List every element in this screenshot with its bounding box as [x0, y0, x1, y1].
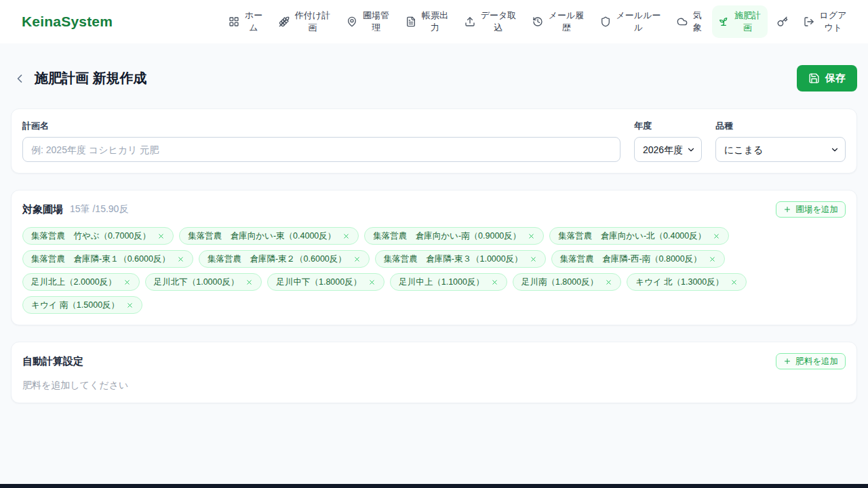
year-group: 年度 2026年度 [634, 120, 702, 162]
close-icon [491, 279, 498, 286]
main-nav: ホーム 作付け計画 圃場管理 帳票出力 データ取込 メール履歴 メールルール [222, 5, 853, 37]
variety-label: 品種 [715, 120, 846, 132]
field-chip-label: 足川中上（1.1000反） [399, 277, 484, 288]
field-chip: 集落営農 倉庫向かい-北（0.4000反） [549, 227, 729, 245]
remove-field-button[interactable] [245, 279, 253, 286]
nav-item[interactable]: 圃場管理 [340, 5, 396, 37]
remove-field-button[interactable] [528, 232, 535, 240]
map-pin-icon [347, 16, 357, 27]
close-icon [123, 279, 131, 286]
history-icon [532, 16, 543, 27]
plan-name-input[interactable] [22, 137, 620, 162]
app-logo: KeinaSystem [22, 14, 113, 30]
shield-icon [600, 16, 611, 27]
nav-item[interactable]: ホーム [222, 5, 269, 37]
save-button-label: 保存 [825, 72, 846, 85]
variety-group: 品種 にこまる [715, 120, 846, 162]
nav-item-label: データ取込 [480, 9, 517, 33]
remove-field-button[interactable] [713, 232, 720, 240]
field-chip-label: 集落営農 倉庫向かい-南（0.9000反） [373, 230, 521, 242]
nav-item-label: ログアウト [819, 9, 847, 33]
close-icon [368, 279, 376, 286]
year-label: 年度 [634, 120, 702, 132]
variety-select-wrap: にこまる [715, 137, 846, 162]
field-chip: 足川中下（1.8000反） [267, 273, 384, 291]
plus-icon [783, 205, 791, 214]
add-fertilizer-button-label: 肥料を追加 [795, 356, 838, 367]
remove-field-button[interactable] [157, 232, 165, 240]
document-icon [406, 16, 416, 27]
close-icon [353, 256, 361, 263]
field-chip-label: 足川南（1.8000反） [521, 277, 598, 288]
field-chip: 足川北下（1.0000反） [145, 273, 262, 291]
target-fields-card: 対象圃場 15筆 /15.90反 圃場を追加 集落営農 竹やぶ（0.7000反）… [11, 190, 857, 325]
remove-field-button[interactable] [530, 256, 537, 263]
field-chip-label: 足川北上（2.0000反） [31, 277, 117, 288]
close-icon [528, 232, 535, 240]
plan-name-group: 計画名 [22, 120, 620, 162]
nav-item-label: 気象 [692, 9, 703, 33]
field-chip: 集落営農 倉庫向かい-東（0.4000反） [179, 227, 359, 245]
field-chip-label: 集落営農 倉庫隣-東３（1.0000反） [384, 253, 523, 265]
auto-calc-card: 自動計算設定 肥料を追加 肥料を追加してください [11, 342, 857, 403]
nav-item[interactable]: 帳票出力 [399, 5, 455, 37]
nav-item[interactable]: ログアウト [797, 5, 853, 37]
page-title-row: 施肥計画 新規作成 保存 [11, 65, 857, 92]
remove-field-button[interactable] [605, 279, 612, 286]
target-fields-header: 対象圃場 15筆 /15.90反 圃場を追加 [22, 201, 846, 218]
auto-calc-header: 自動計算設定 肥料を追加 [22, 353, 846, 369]
nav-item[interactable]: メールルール [594, 5, 667, 37]
bottom-edge-bar [0, 484, 868, 488]
plus-icon [783, 357, 791, 365]
nav-item[interactable]: データ取込 [458, 5, 523, 37]
page-title: 施肥計画 新規作成 [35, 69, 147, 87]
field-chip-label: 集落営農 倉庫隣-西-南（0.8000反） [560, 253, 702, 265]
save-icon [808, 73, 820, 84]
nav-item[interactable]: メール履歴 [526, 5, 591, 37]
nav-item[interactable] [771, 12, 794, 31]
close-icon [157, 232, 165, 240]
field-chip-label: 集落営農 竹やぶ（0.7000反） [31, 230, 151, 242]
add-field-button[interactable]: 圃場を追加 [776, 201, 846, 218]
close-icon [342, 232, 350, 240]
nav-item-label: ホーム [244, 9, 263, 33]
field-chip: 集落営農 倉庫隣-東３（1.0000反） [375, 250, 546, 268]
remove-field-button[interactable] [491, 279, 498, 286]
key-icon [777, 16, 788, 27]
nav-item-label: 帳票出力 [421, 9, 449, 33]
year-select[interactable]: 2026年度 [634, 137, 702, 162]
close-icon [530, 256, 537, 263]
remove-field-button[interactable] [730, 279, 738, 286]
remove-field-button[interactable] [126, 302, 134, 309]
target-fields-summary: 15筆 /15.90反 [70, 203, 128, 216]
nav-item-label: 圃場管理 [362, 9, 390, 33]
nav-item[interactable]: 作付け計画 [273, 5, 337, 37]
nav-item-label: 施肥計画 [734, 9, 762, 33]
variety-select[interactable]: にこまる [715, 137, 846, 162]
field-chip-label: 集落営農 倉庫隣-東１（0.6000反） [31, 253, 170, 265]
field-chip: 集落営農 竹やぶ（0.7000反） [22, 227, 174, 245]
back-button[interactable] [11, 70, 28, 87]
top-navbar: KeinaSystem ホーム 作付け計画 圃場管理 帳票出力 データ取込 メー… [0, 0, 868, 43]
auto-calc-empty-text: 肥料を追加してください [22, 380, 846, 392]
remove-field-button[interactable] [353, 256, 361, 263]
chevron-left-icon [13, 72, 26, 85]
nav-item[interactable]: 気象 [671, 5, 709, 37]
remove-field-button[interactable] [342, 232, 350, 240]
remove-field-button[interactable] [368, 279, 376, 286]
nav-item-label: 作付け計画 [294, 9, 331, 33]
field-chip: 足川中上（1.1000反） [390, 273, 507, 291]
nav-item[interactable]: 施肥計画 [712, 5, 768, 37]
sprout-icon [718, 16, 729, 27]
remove-field-button[interactable] [177, 256, 184, 263]
field-chip-label: 足川北下（1.0000反） [154, 277, 239, 288]
wheat-icon [279, 16, 290, 27]
logout-icon [804, 16, 814, 27]
field-chip: 集落営農 倉庫隣-西-南（0.8000反） [551, 250, 725, 268]
remove-field-button[interactable] [123, 279, 131, 286]
save-button[interactable]: 保存 [797, 65, 857, 92]
remove-field-button[interactable] [709, 256, 716, 263]
main-content: 施肥計画 新規作成 保存 計画名 年度 2026年度 品種 にこまる [0, 65, 868, 403]
add-fertilizer-button[interactable]: 肥料を追加 [776, 353, 846, 369]
field-chip-label: キウイ 北（1.3000反） [635, 277, 724, 288]
